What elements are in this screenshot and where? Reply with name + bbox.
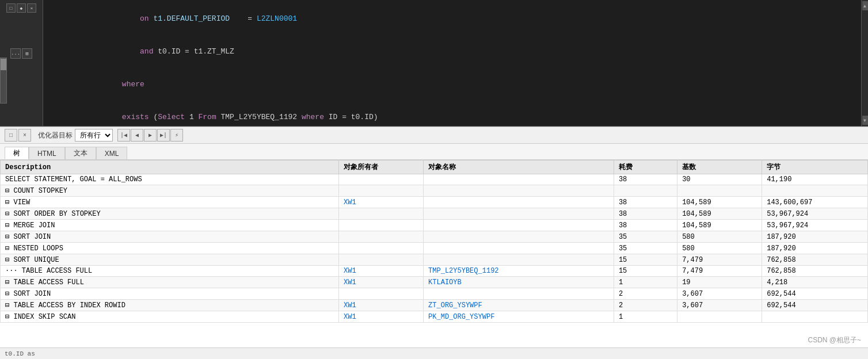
col-description: Description bbox=[1, 161, 339, 174]
table-cell bbox=[339, 220, 424, 231]
table-cell: 7,479 bbox=[677, 254, 762, 266]
table-cell: 3,607 bbox=[677, 300, 762, 311]
refresh-btn[interactable]: ⚡ bbox=[170, 129, 183, 142]
table-row: ⊟ MERGE JOIN38104,58953,967,924 bbox=[1, 220, 868, 231]
table-cell: 143,600,697 bbox=[762, 197, 868, 208]
table-row: ⊟ TABLE ACCESS BY INDEX ROWIDXW1ZT_ORG_Y… bbox=[1, 300, 868, 311]
table-cell bbox=[762, 311, 868, 323]
table-cell: 7,479 bbox=[677, 266, 762, 277]
watermark: CSDN @相思子~ bbox=[808, 335, 861, 345]
editor-vscroll[interactable]: ▲ ▼ bbox=[861, 0, 868, 126]
col-bytes: 字节 bbox=[762, 161, 868, 174]
code-content[interactable]: on t1.DEFAULT_PERIOD = L2ZLN0001 and t0.… bbox=[43, 0, 861, 126]
table-cell bbox=[339, 254, 424, 266]
tab-tree[interactable]: 树 bbox=[5, 147, 29, 159]
table-cell: ⊟ SORT ORDER BY STOPKEY bbox=[1, 208, 339, 220]
table-cell: 692,544 bbox=[762, 300, 868, 311]
table-row: ⊟ VIEWXW138104,589143,600,697 bbox=[1, 197, 868, 208]
table-cell bbox=[677, 185, 762, 197]
table-cell: 30 bbox=[677, 174, 762, 185]
table-cell: SELECT STATEMENT, GOAL = ALL_ROWS bbox=[1, 174, 339, 185]
table-cell: 580 bbox=[677, 231, 762, 243]
table-cell: 4,218 bbox=[762, 277, 868, 288]
table-cell: ⊟ TABLE ACCESS FULL bbox=[1, 277, 339, 288]
optimizer-label: 优化器目标 bbox=[38, 131, 73, 140]
table-cell bbox=[424, 174, 614, 185]
table-cell: 38 bbox=[614, 174, 677, 185]
table-cell: ⊟ TABLE ACCESS BY INDEX ROWID bbox=[1, 300, 339, 311]
table-cell: 2 bbox=[614, 288, 677, 300]
expand-btn[interactable]: ... bbox=[10, 48, 21, 59]
table-cell bbox=[339, 243, 424, 254]
dock-btn[interactable]: ◆ bbox=[17, 3, 26, 13]
code-line-4: exists (Select 1 From TMP_L2Y5YBEQ_1192 … bbox=[50, 101, 854, 126]
table-row: ⊟ TABLE ACCESS FULLXW1KTLAIOYB1194,218 bbox=[1, 277, 868, 288]
table-row: ⊟ INDEX SKIP SCANXW1PK_MD_ORG_YSYWPF1 bbox=[1, 311, 868, 323]
toolbar-left-btns: □ × bbox=[5, 129, 31, 142]
main-container: □ ◆ × ... ⊞ ▼ on t1.DEFAULT_PERIOD = L2Z… bbox=[0, 0, 868, 359]
table-cell: 692,544 bbox=[762, 288, 868, 300]
last-btn[interactable]: ▶| bbox=[157, 129, 170, 142]
table-cell bbox=[424, 220, 614, 231]
code-line-1: on t1.DEFAULT_PERIOD = L2ZLN0001 bbox=[50, 2, 854, 35]
table-btn[interactable]: ⊞ bbox=[22, 48, 32, 59]
table-cell: XW1 bbox=[339, 277, 424, 288]
table-cell: 53,967,924 bbox=[762, 208, 868, 220]
results-table-wrapper[interactable]: Description 对象所有者 对象名称 耗费 基数 字节 SELECT S… bbox=[0, 160, 868, 347]
table-cell: KTLAIOYB bbox=[424, 277, 614, 288]
table-cell: ⊟ SORT JOIN bbox=[1, 288, 339, 300]
table-header-row: Description 对象所有者 对象名称 耗费 基数 字节 bbox=[1, 161, 868, 174]
table-cell: 15 bbox=[614, 254, 677, 266]
table-cell: 104,589 bbox=[677, 208, 762, 220]
table-row: ⊟ COUNT STOPKEY bbox=[1, 185, 868, 197]
table-cell: ⊟ NESTED LOOPS bbox=[1, 243, 339, 254]
table-cell bbox=[424, 288, 614, 300]
table-cell: 19 bbox=[677, 277, 762, 288]
nav-btns: |◀ ◀ ▶ ▶| ⚡ bbox=[117, 129, 183, 142]
table-cell: ⊟ COUNT STOPKEY bbox=[1, 185, 339, 197]
pin-btn2[interactable]: □ bbox=[5, 129, 17, 142]
bottom-bar: t0.ID as bbox=[0, 347, 868, 359]
table-cell: ··· TABLE ACCESS FULL bbox=[1, 266, 339, 277]
bottom-text: t0.ID as bbox=[5, 350, 35, 357]
table-cell bbox=[424, 197, 614, 208]
table-cell: ⊟ MERGE JOIN bbox=[1, 220, 339, 231]
table-cell bbox=[677, 311, 762, 323]
table-cell: ⊟ VIEW bbox=[1, 197, 339, 208]
table-cell bbox=[339, 231, 424, 243]
table-cell: 104,589 bbox=[677, 220, 762, 231]
optimizer-select[interactable]: 所有行 第一行 规则 bbox=[75, 129, 113, 142]
table-cell: 2 bbox=[614, 300, 677, 311]
tab-bar: 树 HTML 文本 XML bbox=[0, 144, 868, 160]
sql-editor: □ ◆ × ... ⊞ ▼ on t1.DEFAULT_PERIOD = L2Z… bbox=[0, 0, 868, 127]
table-cell: 38 bbox=[614, 220, 677, 231]
table-cell bbox=[339, 208, 424, 220]
tab-text[interactable]: 文本 bbox=[65, 147, 96, 159]
table-cell: 35 bbox=[614, 243, 677, 254]
close-btn-editor[interactable]: × bbox=[27, 3, 36, 13]
prev-btn[interactable]: ◀ bbox=[131, 129, 143, 142]
table-cell bbox=[424, 208, 614, 220]
table-cell bbox=[424, 243, 614, 254]
table-cell: XW1 bbox=[339, 300, 424, 311]
table-cell: XW1 bbox=[339, 266, 424, 277]
table-row: ⊟ NESTED LOOPS35580187,920 bbox=[1, 243, 868, 254]
close-btn2[interactable]: × bbox=[18, 129, 31, 142]
pin-btn[interactable]: □ bbox=[6, 3, 16, 13]
left-panel: □ ◆ × ... ⊞ ▼ bbox=[0, 0, 43, 126]
table-cell: 580 bbox=[677, 243, 762, 254]
table-cell bbox=[424, 254, 614, 266]
table-cell: 762,858 bbox=[762, 254, 868, 266]
col-card: 基数 bbox=[677, 161, 762, 174]
tab-xml[interactable]: XML bbox=[96, 147, 128, 159]
table-cell: PK_MD_ORG_YSYWPF bbox=[424, 311, 614, 323]
table-row: ⊟ SORT JOIN35580187,920 bbox=[1, 231, 868, 243]
first-btn[interactable]: |◀ bbox=[117, 129, 130, 142]
table-cell bbox=[424, 231, 614, 243]
next-btn[interactable]: ▶ bbox=[144, 129, 157, 142]
table-cell: XW1 bbox=[339, 197, 424, 208]
tab-html[interactable]: HTML bbox=[29, 147, 65, 159]
code-line-3: where bbox=[50, 68, 854, 101]
table-cell: 1 bbox=[614, 311, 677, 323]
code-line-2: and t0.ID = t1.ZT_MLZ bbox=[50, 35, 854, 68]
